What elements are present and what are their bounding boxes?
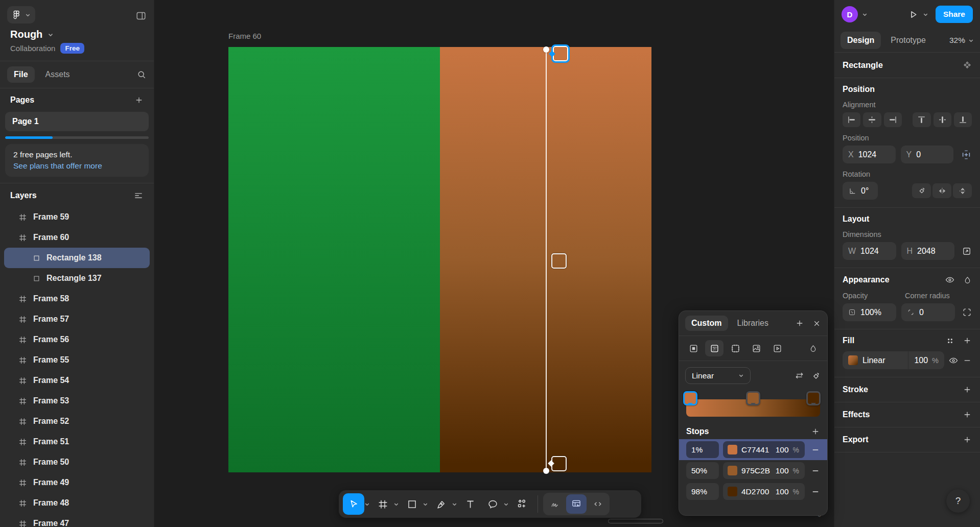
zoom-menu[interactable]: 32% xyxy=(949,36,974,45)
remove-stop-icon[interactable] xyxy=(809,445,820,454)
help-button[interactable]: ? xyxy=(946,489,970,513)
chevron-down-icon[interactable] xyxy=(862,12,868,17)
eye-icon[interactable] xyxy=(948,355,959,366)
layer-row[interactable]: Frame 58 xyxy=(4,289,150,309)
layer-row[interactable]: Frame 53 xyxy=(4,391,150,411)
component-icon[interactable] xyxy=(963,61,972,70)
tab-assets[interactable]: Assets xyxy=(39,66,77,83)
styles-grid-icon[interactable] xyxy=(946,337,954,345)
add-style-icon[interactable] xyxy=(795,319,804,328)
avatar[interactable]: D xyxy=(842,6,858,22)
text-tool[interactable] xyxy=(459,493,481,515)
independent-corners-icon[interactable] xyxy=(962,307,972,317)
layer-row[interactable]: Frame 59 xyxy=(4,207,150,227)
layers-list-options-icon[interactable] xyxy=(133,190,144,201)
y-position-field[interactable]: Y 0 xyxy=(901,146,954,163)
flip-horizontal-icon[interactable] xyxy=(932,183,951,198)
add-page-icon[interactable] xyxy=(134,95,144,105)
layer-row[interactable]: Frame 48 xyxy=(4,493,150,513)
gradient-axis-line[interactable] xyxy=(546,50,547,471)
align-left-icon[interactable] xyxy=(843,112,860,127)
horizontal-scrollbar[interactable] xyxy=(608,519,663,523)
fill-entry[interactable]: Linear 100 % xyxy=(843,351,944,369)
gradient-slider[interactable] xyxy=(686,399,820,417)
add-effect-icon[interactable] xyxy=(963,410,972,419)
align-vertical-center-icon[interactable] xyxy=(934,112,951,127)
align-top-icon[interactable] xyxy=(913,112,930,127)
blend-droplet-icon[interactable] xyxy=(804,340,822,356)
search-icon[interactable] xyxy=(136,69,147,80)
layer-row[interactable]: Frame 50 xyxy=(4,452,150,472)
fill-type-video-icon[interactable] xyxy=(768,340,786,356)
shape-tool[interactable] xyxy=(401,493,423,515)
blend-droplet-icon[interactable] xyxy=(963,276,972,284)
plans-link[interactable]: See plans that offer more xyxy=(13,161,141,171)
color-swatch[interactable] xyxy=(728,445,737,454)
align-right-icon[interactable] xyxy=(884,112,902,127)
collapse-sidebar-icon[interactable] xyxy=(135,10,147,21)
tab-design[interactable]: Design xyxy=(841,32,881,49)
layer-row[interactable]: Frame 47 xyxy=(4,513,150,527)
tab-prototype[interactable]: Prototype xyxy=(884,32,932,49)
main-menu-button[interactable] xyxy=(7,6,35,23)
rectangle-137[interactable] xyxy=(228,47,440,472)
draw-mode-icon[interactable] xyxy=(545,494,565,514)
resize-to-fit-icon[interactable] xyxy=(962,246,972,256)
layer-row[interactable]: Frame 51 xyxy=(4,432,150,452)
stop-color-field[interactable]: 975C2B 100 % xyxy=(723,462,805,479)
layer-row[interactable]: Frame 52 xyxy=(4,411,150,432)
layer-row[interactable]: Frame 60 xyxy=(4,227,150,248)
layer-row[interactable]: Frame 56 xyxy=(4,329,150,350)
fill-type-image-icon[interactable] xyxy=(747,340,765,356)
fill-type-gradient-icon[interactable] xyxy=(705,340,724,356)
layer-row[interactable]: Rectangle 137 xyxy=(4,268,150,289)
layer-row[interactable]: Frame 55 xyxy=(4,350,150,370)
chevron-down-icon[interactable] xyxy=(423,501,428,507)
add-fill-icon[interactable] xyxy=(963,336,972,345)
align-bottom-icon[interactable] xyxy=(954,112,972,127)
gradient-stop-row[interactable]: 98% 4D2700 100 % xyxy=(679,481,827,502)
chevron-down-icon[interactable] xyxy=(364,501,370,507)
gradient-stop-handle-2[interactable] xyxy=(551,253,567,269)
tab-libraries[interactable]: Libraries xyxy=(731,316,775,331)
width-field[interactable]: W 1024 xyxy=(843,242,896,260)
add-export-icon[interactable] xyxy=(963,435,972,444)
remove-stop-icon[interactable] xyxy=(809,487,820,496)
gradient-stop-handle-1[interactable] xyxy=(553,46,568,61)
remove-fill-icon[interactable] xyxy=(963,356,972,365)
gradient-stop-1[interactable] xyxy=(683,391,697,405)
eye-icon[interactable] xyxy=(945,275,955,285)
fill-opacity-field[interactable]: 100 % xyxy=(908,351,944,369)
remove-stop-icon[interactable] xyxy=(809,466,820,475)
stop-position-field[interactable]: 50% xyxy=(686,462,719,479)
comment-tool[interactable] xyxy=(482,493,503,515)
actions-icon[interactable] xyxy=(511,493,532,515)
close-icon[interactable] xyxy=(812,319,821,328)
color-swatch[interactable] xyxy=(728,487,737,496)
flip-vertical-icon[interactable] xyxy=(953,183,972,198)
rotation-field[interactable]: 0° xyxy=(843,182,878,200)
frame-label[interactable]: Frame 60 xyxy=(228,32,261,40)
layer-row[interactable]: Frame 57 xyxy=(4,309,150,329)
flip-gradient-icon[interactable] xyxy=(794,370,805,381)
fill-type-solid-icon[interactable] xyxy=(684,340,703,356)
chevron-down-icon[interactable] xyxy=(393,501,399,507)
tab-custom[interactable]: Custom xyxy=(685,316,728,331)
height-field[interactable]: H 2048 xyxy=(901,242,955,260)
stop-color-field[interactable]: 4D2700 100 % xyxy=(723,483,805,500)
present-icon[interactable] xyxy=(908,9,919,20)
gradient-stop-row[interactable]: 50% 975C2B 100 % xyxy=(679,460,827,481)
gradient-type-dropdown[interactable]: Linear xyxy=(685,367,751,384)
gradient-stop-3[interactable] xyxy=(806,391,821,405)
chevron-down-icon[interactable] xyxy=(48,32,54,38)
layer-row[interactable]: Frame 54 xyxy=(4,370,150,391)
chevron-down-icon[interactable] xyxy=(452,501,457,507)
layer-row[interactable]: Frame 49 xyxy=(4,472,150,493)
frame-tool[interactable] xyxy=(372,493,393,515)
design-mode-icon[interactable] xyxy=(566,494,587,514)
pen-tool[interactable] xyxy=(430,493,452,515)
gradient-axis-end-dot[interactable] xyxy=(543,468,549,474)
share-button[interactable]: Share xyxy=(936,6,973,23)
fill-type-pattern-icon[interactable] xyxy=(726,340,744,356)
add-stroke-icon[interactable] xyxy=(963,385,972,394)
